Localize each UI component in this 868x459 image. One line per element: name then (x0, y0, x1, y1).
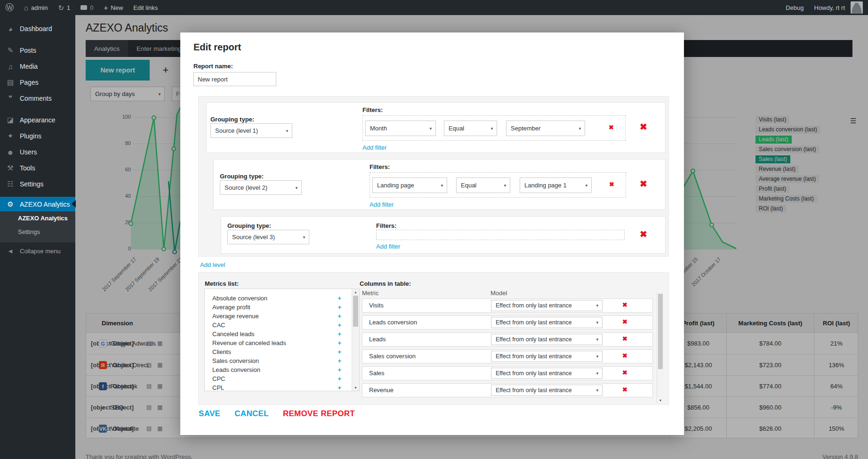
model-select[interactable]: Effect from only last entrance ▼ (491, 317, 603, 328)
debug-menu[interactable]: Debug (780, 0, 809, 15)
metric-name: Absolute conversion (212, 295, 267, 302)
scrollbar-thumb[interactable] (658, 294, 663, 369)
sidebar-item[interactable]: ▤ Pages (0, 74, 75, 90)
remove-report-button[interactable]: REMOVE REPORT (283, 409, 355, 419)
wordpress-logo-menu[interactable]: Ⓦ (0, 0, 19, 15)
comments-menu[interactable]: 0 (75, 0, 98, 15)
add-metric-button[interactable]: + (338, 330, 341, 338)
grouping-type-value: Source (level 1) (215, 127, 258, 134)
model-select[interactable]: Effect from only last entrance ▼ (491, 385, 603, 396)
add-metric-button[interactable]: + (338, 383, 341, 391)
add-metric-button[interactable]: + (338, 312, 341, 321)
chevron-down-icon: ▼ (295, 185, 298, 190)
add-metric-button[interactable]: + (338, 374, 341, 383)
metrics-scrollbar[interactable]: ▲ ▼ (352, 289, 359, 391)
sidebar-item-label: Users (20, 148, 37, 156)
filter-value-select[interactable]: Landing page 1 ▼ (520, 177, 592, 193)
site-menu[interactable]: ⌂ admin (19, 0, 53, 15)
remove-level-icon[interactable]: ✖ (640, 179, 647, 188)
metrics-list-label: Metrics list: (205, 280, 239, 287)
filter-field-select[interactable]: Landing page ▼ (372, 177, 447, 193)
sidebar-item[interactable]: ◪ Appearance (0, 112, 75, 128)
sidebar-item[interactable]: ⚒ Tools (0, 160, 75, 176)
grouping-type-select-3[interactable]: Source (level 3) ▼ (227, 230, 309, 244)
remove-column-icon[interactable]: ✖ (622, 318, 627, 325)
model-select[interactable]: Effect from only last entrance ▼ (491, 368, 603, 379)
collapse-label: Collapse menu (20, 248, 61, 255)
add-metric-button[interactable]: + (338, 303, 341, 312)
metric-list-item: Absolute conversion + (205, 294, 359, 303)
sidebar-item-label: Appearance (20, 116, 56, 124)
grouping-type-select-1[interactable]: Source (level 1) ▼ (210, 123, 292, 138)
filter-field-select[interactable]: Month ▼ (365, 121, 436, 136)
admin-sidebar: ◕ Dashboard ✎ Posts ♫ Media ▤ Pages (0, 15, 75, 459)
scroll-up-icon[interactable]: ▲ (352, 290, 359, 294)
column-row: Leads conversion Effect from only last e… (362, 315, 653, 330)
remove-filter-icon[interactable]: ✖ (609, 181, 614, 188)
add-metric-button[interactable]: + (338, 347, 341, 356)
remove-column-icon[interactable]: ✖ (622, 335, 627, 342)
add-metric-button[interactable]: + (338, 321, 341, 330)
filter-operator-select[interactable]: Equal ▼ (444, 121, 497, 136)
sidebar-item-icon: ✎ (6, 46, 15, 55)
remove-column-icon[interactable]: ✖ (622, 301, 627, 308)
modal-actions: SAVE CANCEL REMOVE REPORT (199, 409, 355, 419)
add-filter-link[interactable]: Add filter (376, 243, 400, 250)
columns-scrollbar[interactable]: ▼ (657, 292, 664, 403)
chevron-down-icon: ▼ (595, 371, 599, 376)
metric-list-item: Clients + (205, 347, 359, 356)
sidebar-item[interactable]: ◕ Dashboard (0, 21, 75, 37)
grouping-type-select-2[interactable]: Source (level 2) ▼ (220, 180, 302, 195)
wordpress-admin-screen: AZEXO Analytics Analytics Enter marketin… (0, 0, 868, 459)
updates-menu[interactable]: ↻ 1 (53, 0, 75, 15)
model-select[interactable]: Effect from only last entrance ▼ (491, 300, 603, 311)
model-select[interactable]: Effect from only last entrance ▼ (491, 334, 603, 345)
collapse-menu-button[interactable]: ◀ Collapse menu (0, 248, 75, 255)
filter-operator-select[interactable]: Equal ▼ (456, 177, 510, 193)
add-filter-link[interactable]: Add filter (370, 201, 394, 208)
sidebar-menu: ◕ Dashboard ✎ Posts ♫ Media ▤ Pages (0, 15, 75, 192)
remove-level-icon[interactable]: ✖ (640, 122, 647, 131)
submenu-item-azexo-analytics[interactable]: AZEXO Analytics (0, 211, 75, 225)
sidebar-item[interactable]: ☻ Users (0, 144, 75, 160)
sidebar-item[interactable]: ✦ Plugins (0, 128, 75, 144)
new-content-menu[interactable]: + New (99, 0, 129, 15)
add-metric-button[interactable]: + (338, 338, 341, 347)
sidebar-item-label: Plugins (20, 132, 41, 140)
scroll-down-icon[interactable]: ▼ (352, 386, 359, 389)
add-metric-button[interactable]: + (338, 356, 341, 365)
remove-filter-icon[interactable]: ✖ (609, 124, 614, 131)
add-level-link[interactable]: Add level (200, 261, 225, 268)
model-value: Effect from only last entrance (496, 319, 572, 326)
remove-column-icon[interactable]: ✖ (622, 369, 627, 376)
add-filter-link[interactable]: Add filter (362, 144, 386, 151)
remove-column-icon[interactable]: ✖ (622, 352, 627, 359)
sidebar-item-azexo-analytics[interactable]: ⚙ AZEXO Analytics (0, 197, 75, 211)
column-metric-name: Leads (369, 333, 386, 346)
submenu-item-settings[interactable]: Settings (0, 225, 75, 239)
metric-list-item: CPC + (205, 374, 359, 383)
add-metric-button[interactable]: + (338, 294, 341, 303)
save-button[interactable]: SAVE (199, 409, 220, 419)
scroll-down-icon[interactable]: ▼ (657, 399, 664, 402)
sidebar-item[interactable]: ☷ Settings (0, 176, 75, 192)
filter-value-select[interactable]: September ▼ (506, 121, 585, 136)
edit-links-menu[interactable]: Edit links (128, 0, 163, 15)
my-account-menu[interactable]: Howdy, rt rt (809, 0, 868, 15)
sidebar-item[interactable]: ❞ Comments (0, 90, 75, 106)
filters-label: Filters: (376, 222, 396, 229)
add-metric-button[interactable]: + (338, 365, 341, 374)
filter-field-value: Landing page (377, 182, 414, 189)
grouping-level-1-card: Grouping type: Source (level 1) ▼ Filter… (206, 102, 666, 153)
scrollbar-thumb[interactable] (353, 296, 358, 327)
sidebar-item-icon: ✦ (6, 132, 15, 140)
model-column-header: Model (490, 290, 507, 297)
model-value: Effect from only last entrance (496, 353, 572, 360)
cancel-button[interactable]: CANCEL (234, 409, 269, 419)
report-name-input[interactable] (193, 72, 276, 86)
sidebar-item[interactable]: ♫ Media (0, 58, 75, 74)
remove-column-icon[interactable]: ✖ (622, 386, 627, 393)
model-select[interactable]: Effect from only last entrance ▼ (491, 351, 603, 362)
remove-level-icon[interactable]: ✖ (640, 230, 647, 239)
sidebar-item[interactable]: ✎ Posts (0, 42, 75, 58)
